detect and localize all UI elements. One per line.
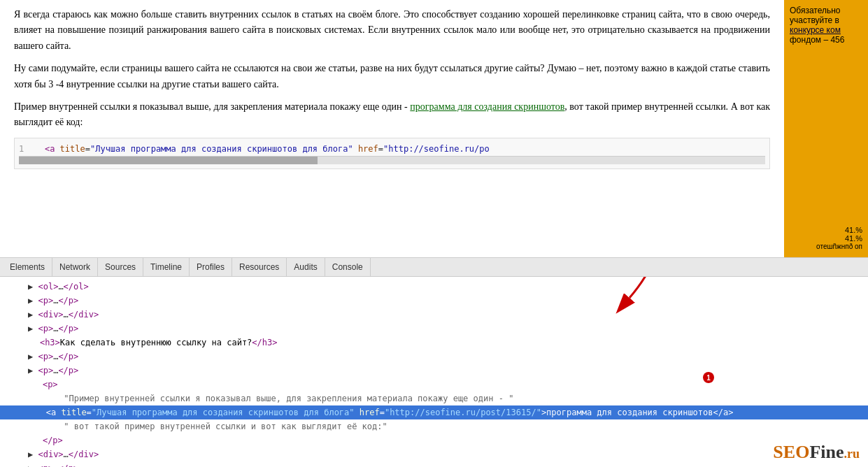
dom-line: <h3>Как сделать внутреннюю ссылку на сай… — [0, 336, 868, 350]
tab-sources[interactable]: Sources — [98, 258, 143, 276]
dom-line: "Пример внутренней ссылки я показывал вы… — [0, 391, 868, 405]
dom-tree: ▶ <ol>…</ol> ▶ <p>…</p> ▶ <div>…</div> ▶… — [0, 277, 868, 467]
devtools-toolbar: Elements Network Sources Timeline Profil… — [0, 257, 868, 277]
paragraph-1: Я всегда стараюсь как можно больше стави… — [14, 7, 770, 54]
line-number: 1 — [19, 144, 24, 154]
tab-elements[interactable]: Elements — [3, 258, 52, 276]
dom-line: ▶ <p>…</p> — [0, 350, 868, 364]
seo-logo: SEOFine.ru — [773, 444, 860, 461]
tab-network[interactable]: Network — [52, 258, 98, 276]
stat-2: 41.% — [790, 234, 862, 243]
code-block: 1 <a title="Лучшая программа для создани… — [14, 138, 770, 169]
tab-console[interactable]: Console — [325, 258, 371, 276]
dom-highlighted-line[interactable]: <a title="Лучшая программа для создания … — [0, 405, 868, 419]
paragraph-3: Пример внутренней ссылки я показывал выш… — [14, 99, 770, 131]
sidebar-right: Обязательно участвуйте в конкурсе ком фо… — [784, 0, 868, 257]
dom-line: <p> — [0, 378, 868, 391]
dom-line: ▶ <div>…</div> — [0, 308, 868, 322]
code-content: <a title="Лучшая программа для создания … — [34, 144, 489, 154]
sidebar-top-text: Обязательно участвуйте в — [790, 6, 841, 25]
sidebar-link[interactable]: конкурсе ком — [790, 25, 841, 35]
tab-timeline[interactable]: Timeline — [143, 258, 190, 276]
internal-link[interactable]: программа для создания скриншотов — [410, 101, 564, 112]
dom-line: " вот такой пример внутренней ссылки и в… — [0, 419, 868, 433]
dom-line: </p> — [0, 433, 868, 447]
sidebar-bottom-widget: 41.% 41.% отешñжнпð оп — [784, 116, 868, 256]
code-scrollbar[interactable] — [19, 156, 765, 164]
error-badge: 1 — [703, 372, 714, 383]
main-content: Я всегда стараюсь как можно больше стави… — [0, 0, 784, 257]
sidebar-bottom-text: фондом – 456 — [790, 35, 844, 45]
stat-3: отешñжнпð оп — [790, 243, 862, 250]
domain-text: .ru — [844, 447, 860, 461]
fine-text: Fine — [809, 442, 844, 462]
stat-1: 41.% — [790, 226, 862, 234]
tab-audits[interactable]: Audits — [287, 258, 325, 276]
dom-line: ▶ <p>…</p> — [0, 322, 868, 336]
dom-line: ▶ <p>…</p> — [0, 364, 868, 378]
sidebar-top-widget: Обязательно участвуйте в конкурсе ком фо… — [784, 0, 868, 84]
seo-logo-container: SEOFine.ru — [764, 438, 868, 467]
dom-line: ▶ <div>…</div> — [0, 447, 868, 461]
code-scroll-thumb — [19, 157, 318, 164]
dom-line: ▶ <p>…</p> — [0, 461, 868, 467]
paragraph-2: Ну сами подумайте, если страницы вашего … — [14, 61, 770, 92]
dom-line: ▶ <ol>…</ol> — [0, 280, 868, 294]
tab-resources[interactable]: Resources — [232, 258, 287, 276]
seo-text: SEO — [773, 442, 809, 462]
collapse-arrow[interactable]: ▶ — [28, 282, 33, 292]
dom-line: ▶ <p>…</p> — [0, 294, 868, 308]
tab-profiles[interactable]: Profiles — [190, 258, 232, 276]
